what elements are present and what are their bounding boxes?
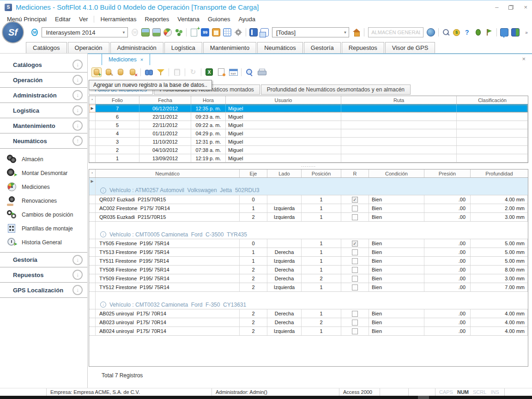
windows-icon[interactable] <box>260 28 269 36</box>
detalle-row[interactable]: TY512 Firestone P195/ 75R142Izquierda1Bi… <box>89 283 528 292</box>
filter-icon[interactable] <box>156 67 166 77</box>
detalle-row[interactable]: QR035 Euzkadi P215/70R152Izquierda1Bien.… <box>89 213 528 222</box>
database-icon[interactable] <box>115 67 126 77</box>
sidebar-section-gestoria[interactable]: Gestoría ↓ <box>0 252 87 267</box>
vehicle-group-row[interactable]: ↓Vehículo : CMT0005 Camioneta Ford C-350… <box>89 230 528 239</box>
sidebar-item-historia-general[interactable]: ➤ Historia General <box>0 236 87 249</box>
sidebar-section-operacion[interactable]: Operación ↓ <box>0 73 87 88</box>
delete-record-icon[interactable]: × <box>127 67 138 77</box>
r-checkbox[interactable] <box>352 206 358 212</box>
detalle-row[interactable]: TY511 Firestone P195/ 75R141Izquierda1Bi… <box>89 257 528 266</box>
menu-item-ver[interactable]: Ver <box>75 16 92 23</box>
coins-icon[interactable]: $ <box>453 29 460 36</box>
column-header-eje[interactable]: Eje <box>240 169 267 177</box>
r-checkbox[interactable] <box>352 267 358 273</box>
binoculars-icon[interactable] <box>144 67 154 77</box>
menu-item-ayuda[interactable]: Ayuda <box>234 16 260 23</box>
r-checkbox[interactable] <box>352 328 358 334</box>
print-icon[interactable] <box>256 67 266 77</box>
help-icon[interactable]: ? <box>463 28 471 36</box>
detalle-row[interactable]: AB024 uniroyal P175/ 70R142Izquierda1Bie… <box>89 327 528 336</box>
column-header-posicion[interactable]: Posición <box>302 169 341 177</box>
tab-administracion[interactable]: Administración <box>110 42 163 53</box>
vehicle-group-row[interactable]: ▶↓Vehículo : ATM0257 Automovil Volkswage… <box>89 178 528 195</box>
todas-dropdown[interactable]: [Todas] ▼ <box>272 27 349 37</box>
sidebar-item-renovaciones[interactable]: Renovaciones <box>0 194 87 208</box>
column-header-presion[interactable]: Presión <box>424 169 471 177</box>
column-header-usuario[interactable]: Usuario <box>226 96 341 104</box>
folios-row[interactable]: 204/10/201207:38 a. m.Miguel <box>89 146 528 154</box>
overflow-icon[interactable]: » <box>522 28 531 36</box>
folios-row[interactable]: 622/11/201209:23 a. m.Miguel <box>89 113 528 121</box>
sidebar-item-cambios-de-posicion[interactable]: ➤ Cambios de posición <box>0 208 87 222</box>
new-document-icon[interactable] <box>190 28 198 36</box>
detalle-row[interactable]: TY505 Firestone P195/ 75R1401✓Bien.005.0… <box>89 239 528 248</box>
chat-icon[interactable] <box>500 28 508 36</box>
detalle-row[interactable]: AC002 Firestone P175/ 70R141Izquierda1Bi… <box>89 204 528 213</box>
tab-logistica[interactable]: Logística <box>164 42 202 53</box>
sidebar-section-gps-localizacion[interactable]: GPS Localización ↓ <box>0 283 87 298</box>
vehicle-group-row[interactable]: ↓Vehículo : CMT0032 Camioneta Ford F-350… <box>89 300 528 309</box>
menu-item-editar[interactable]: Editar <box>51 16 75 23</box>
globe-icon[interactable] <box>427 28 435 36</box>
sidebar-section-neumaticos[interactable]: Neumáticos ↑ <box>0 133 87 149</box>
m-badge-icon[interactable]: M <box>31 29 38 36</box>
detalle-row[interactable]: TY508 Firestone P195/ 75R142Derecha1Bien… <box>89 266 528 274</box>
detalle-row[interactable]: TY509 Firestone P195/ 75R142Derecha2Bien… <box>89 274 528 283</box>
sidebar-section-mantenimiento[interactable]: Mantenimiento ↓ <box>0 118 87 133</box>
almacen-input[interactable] <box>368 27 423 37</box>
column-header-r[interactable]: R <box>341 169 369 177</box>
column-header-folio[interactable]: Folio <box>96 96 139 104</box>
image-icon[interactable] <box>152 28 161 36</box>
r-checkbox[interactable] <box>352 284 358 290</box>
r-checkbox[interactable] <box>352 276 358 282</box>
flag-icon[interactable] <box>485 28 493 36</box>
minimize-button[interactable]: – <box>495 4 498 11</box>
column-header-condicion[interactable]: Condición <box>369 169 424 177</box>
folios-row[interactable]: ▶706/12/201212:35 p. m.Miguel <box>89 104 528 113</box>
folios-row[interactable]: 522/11/201209:22 a. m.Miguel <box>89 121 528 129</box>
menu-item-ventana[interactable]: Ventana <box>173 16 204 23</box>
sidebar-item-plantillas-de-montaje[interactable]: Plantillas de montaje <box>0 222 87 236</box>
export-note-icon[interactable] <box>216 67 226 77</box>
sub-tab-profundidad-desmontados[interactable]: Profundidad de Neumáticos desmontados y … <box>261 85 411 95</box>
sidebar-section-catalogos[interactable]: Catálogos ↓ <box>0 57 87 73</box>
tab-catalogos[interactable]: Catálogos <box>26 42 67 53</box>
column-header-clasificacion[interactable]: Clasificación <box>457 96 528 104</box>
menu-item-reportes[interactable]: Reportes <box>141 16 174 23</box>
detalle-row[interactable]: TY513 Firestone P195/ 75R141Derecha1Bien… <box>89 248 528 257</box>
badge-99-icon[interactable]: 99 <box>201 28 209 36</box>
r-checkbox[interactable]: ✓ <box>352 197 358 203</box>
detalle-row[interactable]: AB025 uniroyal P175/ 70R142Derecha1Bien.… <box>89 309 528 318</box>
grid-splitter[interactable]: ········ <box>89 163 528 169</box>
document-area-close-icon[interactable]: × <box>522 55 526 62</box>
sidebar-item-mediciones[interactable]: Mediciones <box>0 180 87 194</box>
table-icon[interactable] <box>223 28 231 36</box>
wrench-search-icon[interactable] <box>442 28 450 36</box>
tab-neumaticos[interactable]: Neumáticos <box>257 42 303 53</box>
restore-button[interactable] <box>508 5 514 10</box>
txt-export-icon[interactable]: TXT <box>228 67 238 77</box>
r-checkbox[interactable] <box>352 320 358 326</box>
menu-item-herramientas[interactable]: Herramientas <box>96 16 140 23</box>
tab-operacion[interactable]: Operación <box>68 42 109 53</box>
users-icon[interactable] <box>175 28 183 36</box>
r-checkbox[interactable] <box>352 258 358 264</box>
folios-row[interactable]: 401/11/201204:29 p. m.Miguel <box>89 129 528 138</box>
column-header-fecha[interactable]: Fecha <box>139 96 191 104</box>
r-checkbox[interactable] <box>352 249 358 255</box>
excel-export-icon[interactable]: X <box>204 67 214 77</box>
sidebar-section-repuestos[interactable]: Repuestos ↓ <box>0 267 87 283</box>
column-header-hora[interactable]: Hora <box>191 96 226 104</box>
edit-record-icon[interactable]: ✎ <box>103 67 114 77</box>
close-button[interactable]: × <box>524 4 527 11</box>
gauge-icon[interactable] <box>163 28 172 36</box>
close-icon[interactable]: × <box>140 57 143 62</box>
detalle-row[interactable]: AB023 uniroyal P175/ 70R142Derecha2Bien.… <box>89 318 528 327</box>
tab-gestoria[interactable]: Gestoría <box>304 42 341 53</box>
sidebar-section-administracion[interactable]: Administración ↓ <box>0 88 87 103</box>
folios-row[interactable]: 113/09/201212:19 p. m.Miguel <box>89 154 528 163</box>
r-checkbox[interactable] <box>352 214 358 220</box>
column-header-lado[interactable]: Lado <box>267 169 302 177</box>
document-tab-mediciones[interactable]: Mediciones × <box>102 54 150 65</box>
